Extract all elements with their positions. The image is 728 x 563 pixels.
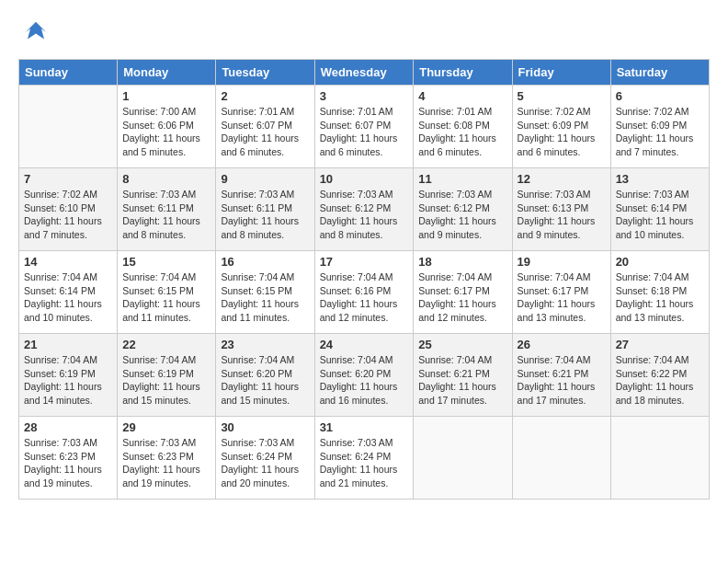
calendar-cell: 28Sunrise: 7:03 AM Sunset: 6:23 PM Dayli… bbox=[19, 417, 118, 500]
day-info: Sunrise: 7:04 AM Sunset: 6:21 PM Dayligh… bbox=[418, 353, 506, 408]
calendar-week-row: 1Sunrise: 7:00 AM Sunset: 6:06 PM Daylig… bbox=[19, 86, 710, 168]
day-number: 23 bbox=[221, 338, 309, 351]
day-number: 9 bbox=[221, 172, 309, 186]
calendar-day-header: Monday bbox=[118, 60, 216, 86]
day-info: Sunrise: 7:02 AM Sunset: 6:10 PM Dayligh… bbox=[24, 188, 112, 242]
day-info: Sunrise: 7:04 AM Sunset: 6:21 PM Dayligh… bbox=[518, 353, 606, 408]
day-number: 11 bbox=[418, 172, 506, 186]
day-info: Sunrise: 7:03 AM Sunset: 6:12 PM Dayligh… bbox=[418, 188, 506, 242]
calendar-cell: 24Sunrise: 7:04 AM Sunset: 6:20 PM Dayli… bbox=[314, 334, 414, 417]
day-info: Sunrise: 7:03 AM Sunset: 6:23 PM Dayligh… bbox=[122, 436, 210, 490]
calendar-week-row: 28Sunrise: 7:03 AM Sunset: 6:23 PM Dayli… bbox=[19, 417, 710, 500]
calendar-cell: 3Sunrise: 7:01 AM Sunset: 6:07 PM Daylig… bbox=[314, 86, 414, 168]
logo-bird-icon bbox=[22, 18, 50, 46]
day-info: Sunrise: 7:03 AM Sunset: 6:13 PM Dayligh… bbox=[518, 188, 606, 242]
calendar-cell: 11Sunrise: 7:03 AM Sunset: 6:12 PM Dayli… bbox=[414, 168, 512, 251]
calendar-cell bbox=[610, 417, 709, 500]
day-info: Sunrise: 7:03 AM Sunset: 6:24 PM Dayligh… bbox=[320, 436, 409, 490]
calendar-cell: 31Sunrise: 7:03 AM Sunset: 6:24 PM Dayli… bbox=[314, 417, 414, 500]
calendar-cell: 18Sunrise: 7:04 AM Sunset: 6:17 PM Dayli… bbox=[414, 251, 512, 334]
calendar-day-header: Tuesday bbox=[216, 60, 314, 86]
day-number: 21 bbox=[24, 338, 112, 351]
calendar-cell: 2Sunrise: 7:01 AM Sunset: 6:07 PM Daylig… bbox=[216, 86, 314, 168]
day-number: 28 bbox=[24, 420, 112, 434]
calendar-week-row: 7Sunrise: 7:02 AM Sunset: 6:10 PM Daylig… bbox=[19, 168, 710, 251]
day-number: 4 bbox=[418, 89, 506, 103]
day-info: Sunrise: 7:04 AM Sunset: 6:15 PM Dayligh… bbox=[221, 270, 309, 325]
day-number: 3 bbox=[320, 89, 409, 103]
day-number: 15 bbox=[122, 255, 210, 269]
day-number: 22 bbox=[122, 338, 210, 351]
day-info: Sunrise: 7:03 AM Sunset: 6:12 PM Dayligh… bbox=[320, 188, 409, 242]
calendar-cell: 4Sunrise: 7:01 AM Sunset: 6:08 PM Daylig… bbox=[414, 86, 512, 168]
calendar-cell: 1Sunrise: 7:00 AM Sunset: 6:06 PM Daylig… bbox=[118, 86, 216, 168]
calendar-header-row: SundayMondayTuesdayWednesdayThursdayFrid… bbox=[19, 60, 710, 86]
calendar-cell: 5Sunrise: 7:02 AM Sunset: 6:09 PM Daylig… bbox=[512, 86, 610, 168]
day-info: Sunrise: 7:04 AM Sunset: 6:17 PM Dayligh… bbox=[518, 270, 606, 325]
day-number: 16 bbox=[221, 255, 309, 269]
page-header bbox=[18, 18, 710, 50]
day-info: Sunrise: 7:03 AM Sunset: 6:23 PM Dayligh… bbox=[24, 436, 112, 490]
calendar-day-header: Thursday bbox=[414, 60, 512, 86]
calendar-day-header: Friday bbox=[512, 60, 610, 86]
calendar-cell: 15Sunrise: 7:04 AM Sunset: 6:15 PM Dayli… bbox=[118, 251, 216, 334]
day-info: Sunrise: 7:04 AM Sunset: 6:19 PM Dayligh… bbox=[24, 353, 112, 408]
day-number: 24 bbox=[320, 338, 409, 351]
day-number: 7 bbox=[24, 172, 112, 186]
day-info: Sunrise: 7:00 AM Sunset: 6:06 PM Dayligh… bbox=[122, 105, 210, 159]
calendar-cell: 10Sunrise: 7:03 AM Sunset: 6:12 PM Dayli… bbox=[314, 168, 414, 251]
calendar-cell: 25Sunrise: 7:04 AM Sunset: 6:21 PM Dayli… bbox=[414, 334, 512, 417]
day-info: Sunrise: 7:04 AM Sunset: 6:17 PM Dayligh… bbox=[418, 270, 506, 325]
day-info: Sunrise: 7:02 AM Sunset: 6:09 PM Dayligh… bbox=[616, 105, 704, 159]
calendar-week-row: 14Sunrise: 7:04 AM Sunset: 6:14 PM Dayli… bbox=[19, 251, 710, 334]
day-number: 30 bbox=[221, 420, 309, 434]
day-info: Sunrise: 7:01 AM Sunset: 6:07 PM Dayligh… bbox=[221, 105, 309, 159]
day-info: Sunrise: 7:03 AM Sunset: 6:14 PM Dayligh… bbox=[616, 188, 704, 242]
calendar-day-header: Sunday bbox=[19, 60, 118, 86]
calendar-cell: 22Sunrise: 7:04 AM Sunset: 6:19 PM Dayli… bbox=[118, 334, 216, 417]
day-number: 8 bbox=[122, 172, 210, 186]
calendar-table: SundayMondayTuesdayWednesdayThursdayFrid… bbox=[18, 59, 710, 500]
day-number: 26 bbox=[518, 338, 606, 351]
calendar-cell bbox=[414, 417, 512, 500]
day-info: Sunrise: 7:01 AM Sunset: 6:07 PM Dayligh… bbox=[320, 105, 409, 159]
day-info: Sunrise: 7:01 AM Sunset: 6:08 PM Dayligh… bbox=[418, 105, 506, 159]
calendar-week-row: 21Sunrise: 7:04 AM Sunset: 6:19 PM Dayli… bbox=[19, 334, 710, 417]
day-number: 6 bbox=[616, 89, 704, 103]
calendar-cell: 23Sunrise: 7:04 AM Sunset: 6:20 PM Dayli… bbox=[216, 334, 314, 417]
day-info: Sunrise: 7:04 AM Sunset: 6:14 PM Dayligh… bbox=[24, 270, 112, 325]
day-number: 17 bbox=[320, 255, 409, 269]
calendar-day-header: Saturday bbox=[610, 60, 709, 86]
calendar-cell bbox=[19, 86, 118, 168]
day-info: Sunrise: 7:04 AM Sunset: 6:18 PM Dayligh… bbox=[616, 270, 704, 325]
calendar-cell: 14Sunrise: 7:04 AM Sunset: 6:14 PM Dayli… bbox=[19, 251, 118, 334]
calendar-body: 1Sunrise: 7:00 AM Sunset: 6:06 PM Daylig… bbox=[19, 86, 710, 500]
logo bbox=[18, 18, 50, 50]
day-number: 18 bbox=[418, 255, 506, 269]
day-number: 25 bbox=[418, 338, 506, 351]
day-number: 12 bbox=[518, 172, 606, 186]
calendar-cell: 19Sunrise: 7:04 AM Sunset: 6:17 PM Dayli… bbox=[512, 251, 610, 334]
day-number: 31 bbox=[320, 420, 409, 434]
calendar-cell: 30Sunrise: 7:03 AM Sunset: 6:24 PM Dayli… bbox=[216, 417, 314, 500]
calendar-cell: 12Sunrise: 7:03 AM Sunset: 6:13 PM Dayli… bbox=[512, 168, 610, 251]
calendar-cell: 26Sunrise: 7:04 AM Sunset: 6:21 PM Dayli… bbox=[512, 334, 610, 417]
day-number: 5 bbox=[518, 89, 606, 103]
day-info: Sunrise: 7:03 AM Sunset: 6:11 PM Dayligh… bbox=[221, 188, 309, 242]
day-number: 27 bbox=[616, 338, 704, 351]
day-info: Sunrise: 7:04 AM Sunset: 6:20 PM Dayligh… bbox=[221, 353, 309, 408]
day-info: Sunrise: 7:04 AM Sunset: 6:16 PM Dayligh… bbox=[320, 270, 409, 325]
day-info: Sunrise: 7:04 AM Sunset: 6:19 PM Dayligh… bbox=[122, 353, 210, 408]
day-info: Sunrise: 7:02 AM Sunset: 6:09 PM Dayligh… bbox=[518, 105, 606, 159]
day-number: 19 bbox=[518, 255, 606, 269]
calendar-cell: 21Sunrise: 7:04 AM Sunset: 6:19 PM Dayli… bbox=[19, 334, 118, 417]
calendar-day-header: Wednesday bbox=[314, 60, 414, 86]
calendar-cell: 27Sunrise: 7:04 AM Sunset: 6:22 PM Dayli… bbox=[610, 334, 709, 417]
day-info: Sunrise: 7:04 AM Sunset: 6:15 PM Dayligh… bbox=[122, 270, 210, 325]
calendar-cell: 9Sunrise: 7:03 AM Sunset: 6:11 PM Daylig… bbox=[216, 168, 314, 251]
calendar-cell: 8Sunrise: 7:03 AM Sunset: 6:11 PM Daylig… bbox=[118, 168, 216, 251]
calendar-cell bbox=[512, 417, 610, 500]
day-number: 1 bbox=[122, 89, 210, 103]
calendar-cell: 6Sunrise: 7:02 AM Sunset: 6:09 PM Daylig… bbox=[610, 86, 709, 168]
day-number: 2 bbox=[221, 89, 309, 103]
